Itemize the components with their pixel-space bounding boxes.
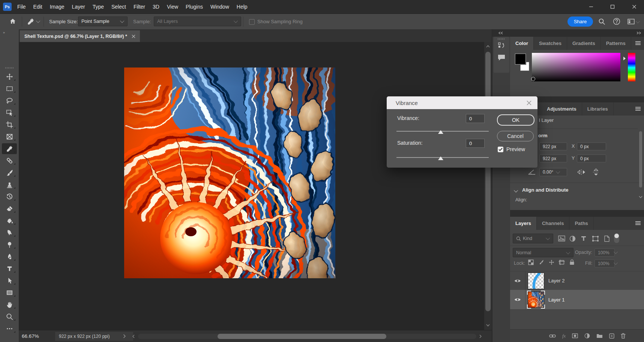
angle-field[interactable]: 0.00° xyxy=(539,168,567,176)
link-layers-icon[interactable] xyxy=(549,334,556,338)
tab-paths[interactable]: Paths xyxy=(569,217,593,230)
filter-toggle-icon[interactable] xyxy=(614,233,619,243)
toolbar-grip[interactable] xyxy=(5,67,14,69)
brush-tool[interactable] xyxy=(2,167,17,178)
filter-type-layers-icon[interactable] xyxy=(581,236,587,242)
layer-thumbnail[interactable] xyxy=(528,291,544,308)
vibrance-input[interactable]: 0 xyxy=(466,114,485,123)
tab-gradients[interactable]: Gradients xyxy=(567,37,601,50)
section-collapse-icon[interactable] xyxy=(514,188,518,192)
layer-row-1[interactable]: Layer 1 xyxy=(510,290,644,310)
share-button[interactable]: Share xyxy=(567,16,593,27)
type-tool[interactable] xyxy=(2,263,17,274)
canvas-vertical-scrollbar-thumb[interactable] xyxy=(485,52,491,311)
close-tab-icon[interactable] xyxy=(132,34,135,38)
flip-vertical-icon[interactable] xyxy=(593,168,599,176)
cancel-button[interactable]: Cancel xyxy=(497,131,534,141)
panel-menu-icon[interactable] xyxy=(635,221,641,225)
canvas-vertical-scrollbar[interactable] xyxy=(484,42,492,330)
x-field[interactable]: 0 px xyxy=(577,142,606,150)
flip-horizontal-icon[interactable] xyxy=(577,169,586,175)
filter-shape-layers-icon[interactable] xyxy=(592,236,599,242)
rectangle-tool[interactable] xyxy=(2,287,17,298)
hand-tool[interactable] xyxy=(2,299,17,310)
menu-3d[interactable]: 3D xyxy=(149,0,163,14)
preview-checkbox[interactable] xyxy=(498,147,503,152)
adjustment-layer-icon[interactable] xyxy=(584,333,590,339)
filter-pixel-layers-icon[interactable] xyxy=(558,236,565,242)
menu-type[interactable]: Type xyxy=(89,0,108,14)
sample-size-dropdown[interactable]: Point Sample xyxy=(78,16,128,26)
sample-dropdown[interactable]: All Layers xyxy=(154,16,241,26)
lock-transparent-icon[interactable] xyxy=(528,260,534,265)
more-tools-button[interactable] xyxy=(2,323,17,334)
fill-field[interactable]: 100% xyxy=(594,260,615,267)
tab-adjustments[interactable]: Adjustments xyxy=(542,102,582,116)
lock-position-icon[interactable] xyxy=(549,260,554,265)
layer-mask-icon[interactable] xyxy=(572,333,578,338)
saturation-input[interactable]: 0 xyxy=(466,139,485,148)
y-field[interactable]: 0 px xyxy=(577,154,606,162)
menu-filter[interactable]: Filter xyxy=(130,0,149,14)
layer-row-2[interactable]: Layer 2 xyxy=(510,272,644,290)
expand-dock-icon[interactable] xyxy=(636,32,641,34)
vibrance-slider-thumb[interactable] xyxy=(438,130,443,134)
height-field[interactable]: 922 px xyxy=(539,154,567,162)
path-selection-tool[interactable] xyxy=(2,275,17,286)
status-expand-icon[interactable] xyxy=(123,334,126,338)
scroll-down-icon[interactable] xyxy=(486,324,490,327)
object-selection-tool[interactable] xyxy=(2,107,17,118)
layer-effects-icon[interactable]: fx xyxy=(562,333,566,339)
collapse-panels-icon[interactable] xyxy=(498,32,503,34)
saturation-brightness-field[interactable] xyxy=(532,53,620,81)
new-layer-icon[interactable] xyxy=(609,333,614,339)
dialog-close-icon[interactable] xyxy=(527,100,531,105)
canvas-horizontal-scrollbar-thumb[interactable] xyxy=(218,334,386,339)
scroll-right-icon[interactable] xyxy=(479,334,482,338)
tab-libraries[interactable]: Libraries xyxy=(582,102,614,116)
lock-artboard-icon[interactable] xyxy=(558,260,565,265)
zoom-tool[interactable] xyxy=(2,311,17,322)
menu-select[interactable]: Select xyxy=(108,0,130,14)
strip-grip[interactable] xyxy=(498,38,505,40)
document-tab[interactable]: Shell Texture.psd @ 66.7% (Layer 1, RGB/… xyxy=(20,30,140,42)
opacity-field[interactable]: 100% xyxy=(594,249,615,256)
color-picker-marker[interactable] xyxy=(531,77,535,81)
home-button[interactable] xyxy=(9,18,17,25)
hue-slider-marker[interactable] xyxy=(623,56,626,61)
rectangular-marquee-tool[interactable] xyxy=(2,83,17,94)
move-tool[interactable] xyxy=(2,71,17,82)
properties-scrollbar-thumb[interactable] xyxy=(639,131,642,188)
filter-smart-objects-icon[interactable] xyxy=(604,236,610,242)
canvas-area[interactable] xyxy=(19,42,492,330)
panel-menu-icon[interactable] xyxy=(635,41,641,45)
menu-help[interactable]: Help xyxy=(233,0,251,14)
comments-button[interactable] xyxy=(497,54,506,61)
dodge-tool[interactable] xyxy=(2,239,17,250)
panel-foreground-color-swatch[interactable] xyxy=(515,54,526,64)
layer-name[interactable]: Layer 1 xyxy=(548,297,564,303)
eyedropper-tool[interactable] xyxy=(2,143,17,154)
menu-view[interactable]: View xyxy=(163,0,182,14)
layer-visibility-toggle[interactable] xyxy=(510,279,525,283)
tab-color[interactable]: Color xyxy=(510,37,534,50)
menu-layer[interactable]: Layer xyxy=(68,0,89,14)
width-field[interactable]: 922 px xyxy=(539,142,567,150)
tab-patterns[interactable]: Patterns xyxy=(601,37,631,50)
scroll-up-icon[interactable] xyxy=(486,45,490,48)
group-layers-icon[interactable] xyxy=(596,333,603,338)
layer-visibility-toggle[interactable] xyxy=(510,297,525,302)
clone-stamp-tool[interactable] xyxy=(2,179,17,190)
frame-tool[interactable] xyxy=(2,131,17,142)
spot-healing-brush-tool[interactable] xyxy=(2,155,17,166)
help-button[interactable] xyxy=(613,18,620,25)
menu-file[interactable]: File xyxy=(14,0,30,14)
menu-image[interactable]: Image xyxy=(46,0,68,14)
eraser-tool[interactable] xyxy=(2,203,17,214)
history-brush-tool[interactable] xyxy=(2,191,17,202)
scroll-down-icon[interactable] xyxy=(639,196,642,198)
paint-bucket-tool[interactable] xyxy=(2,215,17,226)
tab-channels[interactable]: Channels xyxy=(537,217,570,230)
ok-button[interactable]: OK xyxy=(497,114,534,126)
document-info[interactable]: 922 px x 922 px (120 ppi) xyxy=(55,332,133,341)
